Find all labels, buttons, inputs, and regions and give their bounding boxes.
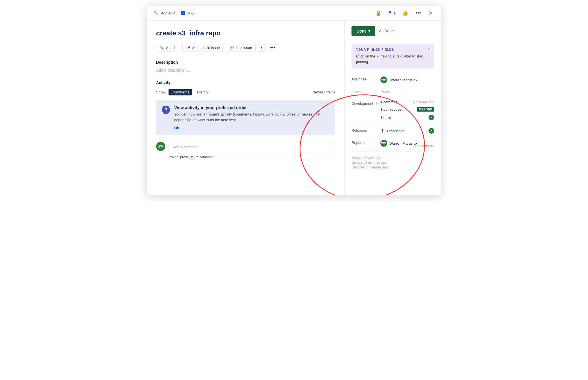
done-status: ✓ Done: [379, 29, 394, 33]
activity-section: Activity Show: Comments History Newest f…: [156, 80, 335, 159]
more-options-button[interactable]: •••: [414, 10, 422, 17]
sort-dropdown[interactable]: Newest first ▾: [312, 90, 335, 94]
releases-upload-icon: ⬆: [380, 128, 385, 134]
add-epic-link[interactable]: Add epic: [161, 11, 175, 15]
ellipsis-button[interactable]: •••: [267, 43, 278, 52]
pinned-fields-close-button[interactable]: ✕: [427, 47, 431, 52]
thumbsup-button[interactable]: 👍: [401, 9, 409, 17]
add-child-issue-button[interactable]: ⎇ Add a child issue: [182, 44, 223, 52]
link-issue-label: Link issue: [236, 46, 252, 50]
history-tab[interactable]: History: [194, 89, 211, 95]
close-button[interactable]: ✕: [427, 9, 434, 17]
issue-title: create s3_infra repo: [156, 29, 335, 37]
attach-label: Attach: [166, 46, 176, 50]
reporter-label: Reporter: [351, 140, 377, 145]
description-placeholder[interactable]: Add a description...: [156, 67, 335, 74]
comment-row: WM Add a comment...: [156, 142, 335, 152]
development-add-button[interactable]: +: [375, 101, 379, 106]
created-meta: Created 3 days ago: [351, 156, 434, 160]
assignee-avatar: WM: [380, 76, 387, 83]
user-avatar: WM: [156, 142, 165, 151]
labels-label: Labels: [351, 89, 377, 94]
issue-chip-icon: [181, 11, 185, 15]
commits-label: 4 commits: [380, 100, 397, 104]
link-icon: 🔗: [229, 46, 234, 50]
updated-meta: Updated 8 minutes ago: [351, 161, 434, 165]
reporter-name: Warren Marusiak: [389, 141, 417, 146]
releases-label: Releases: [351, 128, 377, 133]
activity-title: Activity: [156, 80, 171, 85]
action-buttons: 📎 Attach ⎇ Add a child issue 🔗 Link issu…: [156, 43, 335, 52]
child-issue-icon: ⎇: [186, 46, 190, 50]
description-label: Description: [156, 60, 335, 65]
meta-footer: ⚙ Configure Created 3 days ago Updated 8…: [351, 151, 434, 169]
keyboard-shortcut: M: [189, 155, 195, 160]
comments-tab[interactable]: Comments: [169, 89, 192, 95]
pinned-fields-box: YOUR PINNED FIELDS ✕ Click on the ⊹ next…: [351, 44, 434, 69]
assignee-field: Assignee WM Warren Marusiak: [351, 74, 434, 86]
reporter-value[interactable]: WM Warren Marusiak: [380, 140, 434, 147]
pencil-icon: ✏️: [154, 11, 159, 15]
lock-button[interactable]: 🔒: [374, 9, 383, 17]
activity-banner: ? View activity in your preferred order …: [156, 100, 335, 135]
pinned-fields-text: Click on the ⊹ next to a field label to …: [356, 54, 430, 65]
pin-icon: ⊹: [376, 54, 381, 58]
info-icon: ?: [162, 106, 170, 114]
reporter-avatar: WM: [380, 140, 387, 147]
show-label: Show:: [156, 90, 166, 94]
assignee-value[interactable]: WM Warren Marusiak: [380, 76, 434, 83]
releases-value[interactable]: ⬆ Production ✓: [380, 128, 434, 134]
labels-field: Labels None: [351, 86, 434, 97]
watch-button[interactable]: 👁 1: [388, 10, 396, 16]
development-label: Development +: [351, 100, 377, 106]
releases-field: Releases ⬆ Production ✓: [351, 125, 434, 137]
link-issue-button[interactable]: 🔗 Link issue: [226, 44, 256, 52]
assignee-name: Warren Marusiak: [389, 78, 417, 82]
comment-input[interactable]: Add a comment...: [169, 142, 335, 152]
labels-value[interactable]: None: [380, 89, 434, 93]
assignee-label: Assignee: [351, 76, 377, 81]
pull-request-row[interactable]: 1 pull request MERGED: [380, 107, 434, 112]
development-items: 4 commits 9 minutes ago 1 pull request M…: [380, 100, 434, 122]
dropdown-button[interactable]: ▾: [258, 44, 265, 52]
resolved-meta: Resolved 8 minutes ago: [351, 165, 434, 169]
releases-check-icon: ✓: [429, 128, 434, 134]
pull-request-label: 1 pull request: [380, 107, 402, 112]
sort-chevron-icon: ▾: [333, 90, 335, 94]
done-button[interactable]: Done ▾: [351, 26, 375, 36]
child-issue-label: Add a child issue: [192, 46, 220, 50]
attach-button[interactable]: 📎 Attach: [156, 44, 180, 52]
development-field: Development + 4 commits 9 minutes ago 1 …: [351, 97, 434, 125]
breadcrumb-separator: /: [178, 11, 179, 15]
attach-icon: 📎: [160, 46, 164, 50]
banner-ok-button[interactable]: OK: [174, 126, 180, 130]
build-row[interactable]: 1 build ✓: [380, 115, 434, 120]
banner-title: View activity in your preferred order: [174, 105, 330, 110]
checkmark-icon: ✓: [379, 29, 382, 33]
merged-badge: MERGED: [417, 107, 434, 112]
build-check-icon: ✓: [429, 115, 434, 120]
commits-time: 9 minutes ago: [413, 100, 434, 104]
releases-name: Production: [387, 129, 404, 133]
eye-icon: 👁: [388, 10, 392, 16]
pinned-fields-title: YOUR PINNED FIELDS: [356, 48, 430, 51]
sort-label: Newest first: [312, 90, 332, 94]
watch-count: 1: [393, 11, 396, 15]
banner-text: You can now sort an issue's activity (co…: [174, 112, 330, 123]
done-chevron-icon: ▾: [368, 29, 370, 33]
commits-row[interactable]: 4 commits 9 minutes ago: [380, 100, 434, 104]
issue-id-label: IM-5: [186, 11, 194, 15]
issue-chip[interactable]: IM-5: [181, 11, 194, 15]
pro-tip: Pro tip: press M to comment: [169, 155, 335, 159]
done-label: Done: [357, 29, 367, 33]
build-label: 1 build: [380, 116, 391, 120]
